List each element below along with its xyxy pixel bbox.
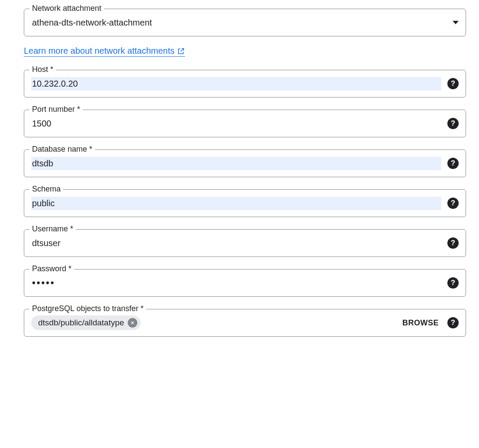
close-icon[interactable]: [128, 318, 137, 328]
external-link-icon: [177, 47, 185, 55]
database-label: Database name *: [29, 145, 95, 154]
help-icon[interactable]: ?: [447, 317, 459, 328]
schema-field-outline: Schema ?: [24, 189, 466, 217]
port-field-outline: Port number * ?: [24, 110, 466, 137]
help-icon[interactable]: ?: [447, 158, 459, 169]
network-attachment-value: athena-dts-network-attachment: [31, 16, 448, 29]
learn-more-text: Learn more about network attachments: [24, 46, 175, 56]
port-label: Port number *: [29, 105, 83, 114]
help-icon[interactable]: ?: [447, 198, 459, 209]
database-field-outline: Database name * ?: [24, 149, 466, 177]
database-group: Database name * ?: [24, 149, 466, 177]
object-chip[interactable]: dtsdb/public/alldatatype: [31, 315, 141, 330]
objects-label: PostgreSQL objects to transfer *: [29, 304, 146, 313]
help-icon[interactable]: ?: [447, 277, 459, 289]
port-input[interactable]: [31, 117, 441, 130]
browse-button[interactable]: BROWSE: [400, 318, 441, 328]
schema-input[interactable]: [31, 197, 441, 210]
host-field-outline: Host * ?: [24, 70, 466, 97]
password-group: Password * ••••• ?: [24, 269, 466, 297]
learn-more-link[interactable]: Learn more about network attachments: [24, 46, 185, 57]
database-input[interactable]: [31, 157, 441, 170]
help-icon[interactable]: ?: [447, 118, 459, 129]
object-chip-text: dtsdb/public/alldatatype: [38, 318, 124, 328]
host-group: Host * ?: [24, 70, 466, 97]
help-icon[interactable]: ?: [447, 237, 459, 249]
username-group: Username * ?: [24, 229, 466, 257]
host-label: Host *: [29, 65, 56, 74]
objects-chip-row: dtsdb/public/alldatatype BROWSE: [31, 315, 441, 330]
learn-more-row: Learn more about network attachments: [24, 46, 466, 57]
password-label: Password *: [29, 264, 74, 273]
host-input[interactable]: [31, 77, 441, 91]
username-label: Username *: [29, 224, 76, 234]
password-input[interactable]: •••••: [31, 276, 441, 290]
username-field-outline: Username * ?: [24, 229, 466, 257]
network-attachment-select[interactable]: Network attachment athena-dts-network-at…: [24, 9, 466, 36]
network-attachment-group: Network attachment athena-dts-network-at…: [24, 9, 466, 36]
schema-group: Schema ?: [24, 189, 466, 217]
port-group: Port number * ?: [24, 110, 466, 137]
password-field-outline: Password * ••••• ?: [24, 269, 466, 297]
chevron-down-icon: [453, 21, 459, 24]
help-icon[interactable]: ?: [447, 78, 459, 89]
objects-field-outline: PostgreSQL objects to transfer * dtsdb/p…: [24, 309, 466, 337]
objects-group: PostgreSQL objects to transfer * dtsdb/p…: [24, 309, 466, 337]
schema-label: Schema: [29, 185, 63, 194]
username-input[interactable]: [31, 237, 441, 250]
network-attachment-label: Network attachment: [29, 4, 104, 13]
